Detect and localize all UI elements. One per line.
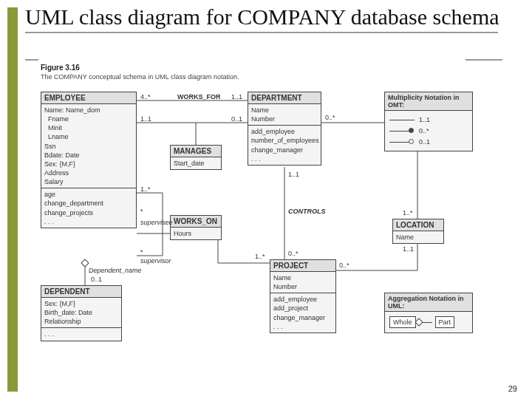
label-dependent-name: Dependent_name [89, 267, 142, 274]
legend-mult-11: 1..1 [419, 115, 430, 124]
legend-agg-line-icon [419, 322, 432, 323]
legend-aggregation-title: Aggregation Notation in UML: [385, 293, 472, 312]
mult-1s-c: 1..* [403, 209, 413, 216]
legend-aggregation: Aggregation Notation in UML: Whole Part [384, 293, 473, 333]
mult-01: 0..1 [231, 115, 242, 123]
figure-label: Figure 3.16 [41, 64, 491, 72]
mult-0s-b: 0..* [288, 250, 299, 257]
label-works-for: WORKS_FOR [177, 93, 221, 100]
mult-11-b: 1..1 [140, 115, 151, 123]
class-works-on-name: WORKS_ON [171, 216, 221, 228]
class-dependent-attrs: Sex: {M,F} Birth_date: Date Relationship [41, 298, 121, 328]
legend-part-box: Part [435, 316, 455, 328]
mult-0s-c: 0..* [339, 262, 349, 269]
rule-right [466, 59, 502, 61]
mult-1s-b: 1..* [255, 253, 265, 260]
class-dependent-name: DEPENDENT [41, 286, 121, 298]
legend-line-plain-icon [389, 120, 415, 120]
class-manages-attrs: Start_date [171, 157, 221, 169]
class-department-ops: add_employee number_of_employees change_… [248, 126, 321, 165]
class-employee-attrs: Name: Name_dom Fname Minit Lname Ssn Bda… [41, 104, 136, 188]
figure-area: Figure 3.16 The COMPANY conceptual schem… [41, 64, 491, 374]
class-project-attrs: Name Number [270, 272, 335, 293]
legend-multiplicity: Multiplicity Notation in OMT: 1..1 0..* … [384, 92, 473, 151]
title-underline [25, 32, 498, 33]
mult-01-b: 0..1 [91, 276, 102, 283]
class-works-on-attrs: Hours [171, 228, 221, 239]
class-project-ops: add_employee add_project change_manager … [270, 293, 335, 332]
label-controls: CONTROLS [288, 208, 326, 215]
label-supervisor: supervisor [140, 257, 171, 265]
legend-mult-01: 0..1 [419, 137, 430, 146]
mult-star-a: * [140, 208, 143, 215]
class-dependent: DEPENDENT Sex: {M,F} Birth_date: Date Re… [41, 285, 122, 341]
class-location: LOCATION Name [392, 219, 444, 244]
label-supervisee: supervisee [140, 219, 173, 226]
figure-caption: The COMPANY conceptual schema in UML cla… [41, 73, 491, 81]
legend-line-filled-icon [389, 131, 410, 132]
legend-line-open-icon [389, 142, 410, 143]
legend-mult-0s: 0..* [419, 126, 429, 135]
class-employee-name: EMPLOYEE [41, 92, 136, 104]
mult-4s: 4..* [140, 93, 151, 100]
page-title: UML class diagram for COMPANY database s… [25, 4, 499, 30]
legend-aggregation-body: Whole Part [385, 312, 472, 332]
class-department-name: DEPARTMENT [248, 92, 321, 104]
class-employee: EMPLOYEE Name: Name_dom Fname Minit Lnam… [41, 92, 137, 228]
class-manages-name: MANAGES [171, 146, 221, 157]
legend-whole-box: Whole [389, 316, 416, 328]
class-location-attrs: Name [393, 231, 443, 243]
class-manages: MANAGES Start_date [170, 145, 222, 170]
class-dependent-ops: . . . [41, 328, 121, 340]
aggregation-diamond-icon [81, 259, 89, 267]
class-employee-ops: age change_department change_projects . … [41, 188, 136, 228]
mult-11-c: 1..1 [288, 171, 299, 178]
class-project-name: PROJECT [270, 260, 335, 272]
rule-left [25, 59, 38, 61]
mult-star-b: * [140, 248, 143, 256]
mult-1s-a: 1..* [140, 185, 151, 193]
class-location-name: LOCATION [393, 219, 443, 231]
class-project: PROJECT Name Number add_employee add_pro… [270, 259, 336, 333]
slide-accent-bar [7, 7, 18, 392]
legend-multiplicity-title: Multiplicity Notation in OMT: [385, 92, 472, 111]
legend-multiplicity-body: 1..1 0..* 0..1 [385, 111, 472, 151]
mult-11-d: 1..1 [403, 245, 414, 253]
class-works-on: WORKS_ON Hours [170, 215, 222, 240]
class-department-attrs: Name Number [248, 104, 321, 126]
title-text: UML class diagram for COMPANY database s… [25, 4, 499, 29]
mult-11-a: 1..1 [231, 93, 242, 100]
class-department: DEPARTMENT Name Number add_employee numb… [248, 92, 321, 166]
page-number: 29 [508, 384, 517, 393]
mult-0s-a: 0..* [325, 114, 335, 121]
